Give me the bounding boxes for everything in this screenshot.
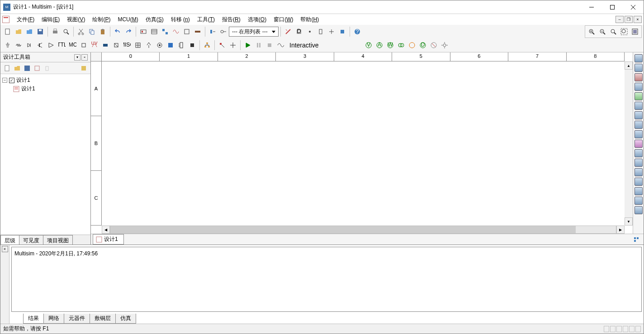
instrument-wattmeter[interactable] [635,73,643,81]
menu-sim[interactable]: 仿真(S) [142,14,167,25]
tree-collapse-icon[interactable]: − [2,78,7,83]
menu-options[interactable]: 选项(O) [244,14,270,25]
instrument-spectrum[interactable] [635,168,643,176]
mdi-restore[interactable]: ❐ [625,16,633,23]
probe-d-button[interactable]: D [418,40,428,50]
instrument-agilent-mm[interactable] [635,197,643,205]
tab-overflow-button[interactable] [631,235,641,245]
comp-indicator-button[interactable] [100,40,110,50]
instrument-multimeter[interactable] [635,54,643,62]
tb-btn-g3-6[interactable] [337,27,347,37]
scroll-up-button[interactable]: ▲ [625,61,633,70]
print-preview-button[interactable] [61,27,71,37]
comp-connector-button[interactable] [176,40,186,50]
comp-advanced-button[interactable] [133,40,143,50]
menu-transfer[interactable]: 转移 (n) [167,14,194,25]
probe-diff-button[interactable] [396,40,406,50]
new-button[interactable] [3,27,13,37]
tb-btn-g3-5[interactable] [327,27,336,37]
design-tree[interactable]: − ✓ 设计1 设计1 [0,74,90,235]
menu-report[interactable]: 报告(R) [218,14,244,25]
redo-button[interactable] [123,27,133,37]
comp-mcu-button[interactable] [187,40,197,50]
help-button[interactable]: ? [352,27,362,37]
document-tab-active[interactable]: 设计1 [93,234,124,245]
comp-power-button[interactable] [111,40,121,50]
menu-file[interactable]: 文件(F) [13,14,38,25]
comp-rf-button[interactable] [144,40,154,50]
tbx-new-button[interactable] [3,64,12,73]
comp-misc-digital-button[interactable] [79,40,89,50]
instrument-distortion[interactable] [635,159,643,167]
schematic-grid[interactable] [102,61,625,226]
vscroll-track[interactable] [625,70,633,217]
tbx-open-button[interactable] [13,64,22,73]
hierarchy-button[interactable] [202,40,212,50]
analysis-icon[interactable] [275,40,285,50]
probe-remove-button[interactable] [429,40,439,50]
tb-btn-g3-2[interactable]: D [294,27,304,37]
pause-button[interactable] [254,40,264,50]
instrument-logic-analyzer[interactable] [635,130,643,138]
probe-a-button[interactable]: A [374,40,384,50]
tb-btn-g1-2[interactable] [149,27,159,37]
panel-tab-project[interactable]: 项目视图 [43,235,73,245]
instrument-4ch-scope[interactable] [635,92,643,100]
print-button[interactable] [50,27,60,37]
scroll-right-button[interactable]: ▶ [616,226,625,234]
comp-cmos-button[interactable]: CMOS [68,40,78,50]
schematic-canvas[interactable]: 0 1 2 3 4 5 6 7 8 A B C [91,52,633,234]
stop-button[interactable] [265,40,275,50]
paste-button[interactable] [98,27,108,37]
save-button[interactable] [35,27,45,37]
maximize-button[interactable] [602,0,623,14]
probe-w-button[interactable]: W [385,40,395,50]
hscroll-thumb[interactable] [110,226,576,233]
zoom-fit-button[interactable] [619,27,629,37]
tb-btn-g2-2[interactable] [218,27,228,37]
bottom-tab-nets[interactable]: 网络 [43,314,64,324]
instrument-network[interactable] [635,178,643,186]
tbx-refresh-button[interactable] [79,64,88,73]
instrument-function-gen[interactable] [635,64,643,72]
bottom-tab-results[interactable]: 结果 [23,314,44,324]
comp-ni-button[interactable] [166,40,175,50]
tree-root[interactable]: − ✓ 设计1 [2,76,89,85]
probe-v-button[interactable]: V [364,40,374,50]
instrument-logic-converter[interactable] [635,140,643,148]
menu-help[interactable]: 帮助(H) [297,14,322,25]
menu-mcu[interactable]: MCU(M) [114,15,142,24]
tbx-save-button[interactable] [23,64,32,73]
probe-button-1[interactable] [217,40,227,50]
vertical-scrollbar[interactable]: ▲ ▼ [625,61,633,226]
comp-analog-button[interactable] [46,40,56,50]
menu-edit[interactable]: 编辑(E) [38,14,63,25]
tb-btn-g3-1[interactable] [283,27,293,37]
mdi-minimize[interactable]: – [616,16,624,23]
tb-btn-g1-3[interactable] [160,27,170,37]
probe-settings-button[interactable] [440,40,450,50]
tb-btn-g1-6[interactable] [193,27,203,37]
bottom-tab-copper[interactable]: 敷铜层 [90,314,116,324]
hscroll-track[interactable] [110,226,616,234]
tb-btn-g1-4[interactable] [171,27,181,37]
tb-btn-g3-4[interactable] [316,27,326,37]
tb-btn-g1-1[interactable] [138,27,148,37]
comp-basic-button[interactable] [14,40,24,50]
bottom-tab-components[interactable]: 元器件 [64,314,90,324]
comp-source-button[interactable] [3,40,13,50]
comp-diode-button[interactable] [24,40,34,50]
panel-tab-hierarchy[interactable]: 层级 [0,235,19,245]
tree-child[interactable]: 设计1 [2,85,89,93]
instrument-agilent-scope[interactable] [635,206,643,214]
spreadsheet-close-button[interactable]: × [2,246,8,252]
open-button[interactable] [14,27,24,37]
comp-ttl-button[interactable]: TTL [57,40,67,50]
zoom-area-button[interactable] [608,27,618,37]
tbx-sheet-button[interactable] [33,64,42,73]
panel-close-button[interactable]: × [81,54,88,61]
instrument-word-gen[interactable] [635,121,643,129]
probe-ref-button[interactable] [407,40,417,50]
menu-view[interactable]: 视图(V) [63,14,89,25]
tbx-delete-button[interactable] [43,64,52,73]
